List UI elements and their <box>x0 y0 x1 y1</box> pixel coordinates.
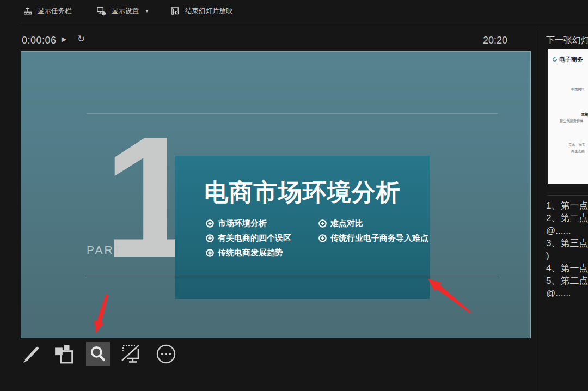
bullet-item: 有关电商的四个误区 <box>206 233 291 243</box>
zoom-slide-button[interactable] <box>86 342 110 366</box>
bottom-toolbar <box>0 342 538 367</box>
thumbnail-text: 中国网民 <box>571 87 585 92</box>
restart-timer-icon[interactable]: ↻ <box>77 33 85 45</box>
note-line: 3、第三点 <box>546 237 588 249</box>
bullet-label: 有关电商的四个误区 <box>218 233 291 243</box>
bullet-item: 难点对比 <box>318 218 363 229</box>
magnifier-icon <box>88 344 108 364</box>
thumbnail-text: 新生代消费群体 <box>560 119 583 124</box>
end-slideshow-label: 结束幻灯片放映 <box>185 7 233 16</box>
chevron-down-icon: ▼ <box>145 9 149 14</box>
black-screen-button[interactable] <box>119 342 143 366</box>
presenter-view: 显示任务栏 显示设置 ▼ <box>0 0 588 391</box>
pen-icon <box>21 344 42 364</box>
slide-divider-bottom <box>87 276 498 276</box>
top-toolbar: 显示任务栏 显示设置 ▼ <box>0 0 588 22</box>
note-line: 1、第一点 <box>546 199 588 212</box>
bullet-item: 传统行业电子商务导入难点 <box>318 233 428 243</box>
plus-circle-icon <box>206 234 214 242</box>
panel-divider <box>538 30 538 391</box>
slide-content-box: 电商市场环境分析 市场环境分析 有关电商的四个误区 <box>175 156 430 299</box>
taskbar-icon <box>23 6 33 16</box>
end-slideshow-button[interactable]: 结束幻灯片放映 <box>170 0 233 22</box>
note-line: @...... <box>546 287 588 300</box>
note-line: 5、第二点 <box>546 274 588 287</box>
pen-tool-button[interactable] <box>20 342 44 366</box>
note-line: ) <box>546 249 588 262</box>
current-clock: 20:20 <box>479 35 507 46</box>
end-slideshow-icon <box>170 6 180 16</box>
bullet-label: 传统行业电子商务导入难点 <box>330 233 428 243</box>
bullet-item: 市场环境分析 <box>206 218 267 229</box>
bullet-item: 传统电商发展趋势 <box>206 247 283 258</box>
ellipsis-icon <box>155 343 177 365</box>
bullet-label: 难点对比 <box>330 218 363 229</box>
plus-circle-icon <box>318 219 327 228</box>
note-line: 4、第一点 <box>546 262 588 274</box>
display-settings-icon <box>96 6 107 16</box>
refresh-circle-icon <box>552 54 558 64</box>
screen-off-icon <box>120 343 142 365</box>
note-line: 2、第二点 <box>546 212 588 224</box>
plus-circle-icon <box>206 219 214 228</box>
timer-row: 0:00:06 ▶ ↻ 20:20 <box>0 30 538 50</box>
show-taskbar-label: 显示任务栏 <box>38 7 72 16</box>
bullet-label: 传统电商发展趋势 <box>218 248 283 258</box>
play-icon[interactable]: ▶ <box>62 35 66 43</box>
elapsed-time: 0:00:06 <box>22 35 57 46</box>
bullet-label: 市场环境分析 <box>218 218 267 229</box>
note-line: @...... <box>546 224 588 237</box>
next-slide-thumbnail[interactable]: 电子商务 中国网民 主题 新生代消费群体 京东、淘宝 商生态圈 <box>548 49 588 184</box>
more-options-button[interactable] <box>154 342 178 366</box>
part-label: PART <box>87 243 122 256</box>
display-settings-button[interactable]: 显示设置 ▼ <box>96 0 149 22</box>
next-slide-header: 下一张幻灯片 <box>546 35 588 47</box>
slide-title: 电商市场环境分析 <box>175 176 430 209</box>
speaker-notes[interactable]: 1、第一点 2、第二点 @...... 3、第三点 ) 4、第一点 5、第二点 … <box>546 199 588 308</box>
show-taskbar-button[interactable]: 显示任务栏 <box>23 0 72 22</box>
thumbnail-text: 京东、淘宝 <box>568 143 585 148</box>
notes-divider <box>547 195 588 196</box>
plus-circle-icon <box>206 249 214 257</box>
topbar-divider <box>21 22 588 22</box>
see-all-slides-button[interactable] <box>52 342 76 366</box>
slides-grid-icon <box>54 344 75 364</box>
thumbnail-title: 电子商务 <box>559 56 583 64</box>
current-slide[interactable]: 1 PART 电商市场环境分析 市场环境分析 有关电商的四个误区 <box>21 51 531 338</box>
thumbnail-text: 商生态圈 <box>571 149 585 154</box>
display-settings-label: 显示设置 <box>112 7 139 16</box>
thumbnail-text: 主题 <box>581 112 588 117</box>
plus-circle-icon <box>318 234 327 242</box>
